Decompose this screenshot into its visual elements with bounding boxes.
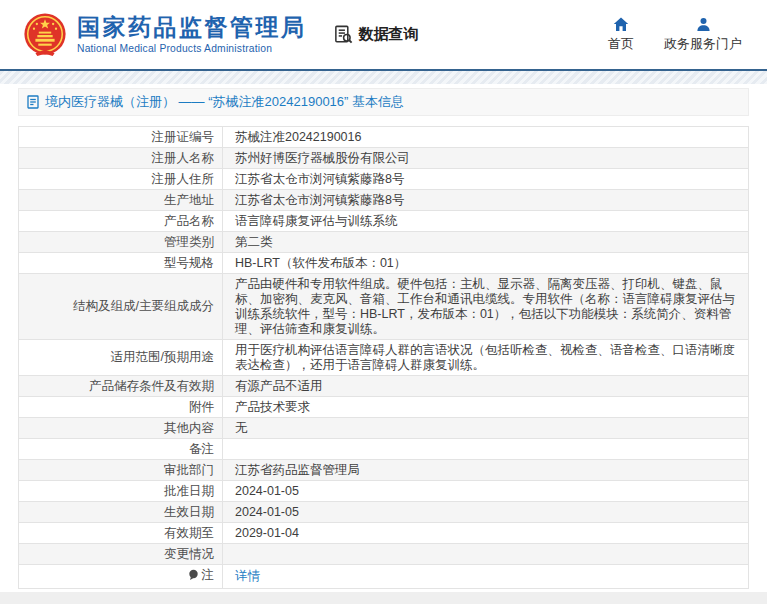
row-label: 管理类别 <box>19 232 223 253</box>
table-row: 有效期至2029-01-04 <box>19 523 749 544</box>
row-value: 2024-01-05 <box>223 481 749 502</box>
row-value: 江苏省太仓市浏河镇紫藤路8号 <box>223 169 749 190</box>
data-query-icon <box>333 24 354 45</box>
row-label: 产品储存条件及有效期 <box>19 376 223 397</box>
row-label: 型号规格 <box>19 253 223 274</box>
table-row: 附件产品技术要求 <box>19 397 749 418</box>
home-icon <box>613 17 629 32</box>
row-value: 苏州好博医疗器械股份有限公司 <box>223 148 749 169</box>
row-label: 审批部门 <box>19 460 223 481</box>
row-label: 适用范围/预期用途 <box>19 340 223 376</box>
header-nav: 首页 政务服务门户 <box>608 17 742 53</box>
data-query-nav[interactable]: 数据查询 <box>333 24 419 45</box>
table-row: 产品名称语言障碍康复评估与训练系统 <box>19 211 749 232</box>
row-value: 第二类 <box>223 232 749 253</box>
row-label: 注册人住所 <box>19 169 223 190</box>
row-value: 用于医疗机构评估语言障碍人群的言语状况（包括听检查、视检查、语音检查、口语清晰度… <box>223 340 749 376</box>
row-label: 注册证编号 <box>19 127 223 148</box>
row-value <box>223 439 749 460</box>
comment-icon <box>188 569 199 581</box>
row-value: 有源产品不适用 <box>223 376 749 397</box>
row-label: 有效期至 <box>19 523 223 544</box>
table-row-note: 注 详情 <box>19 565 749 589</box>
row-value: 产品技术要求 <box>223 397 749 418</box>
table-row: 适用范围/预期用途用于医疗机构评估语言障碍人群的言语状况（包括听检查、视检查、语… <box>19 340 749 376</box>
nav-item-label: 首页 <box>608 35 634 53</box>
row-value: 苏械注准20242190016 <box>223 127 749 148</box>
row-value: 江苏省药品监督管理局 <box>223 460 749 481</box>
row-label: 生产地址 <box>19 190 223 211</box>
row-value: 2024-01-05 <box>223 502 749 523</box>
note-label: 注 <box>202 568 215 583</box>
row-value: HB-LRT（软件发布版本：01） <box>223 253 749 274</box>
row-value: 江苏省太仓市浏河镇紫藤路8号 <box>223 190 749 211</box>
table-row: 其他内容无 <box>19 418 749 439</box>
site-subtitle: National Medical Products Administration <box>77 43 307 54</box>
table-row: 备注 <box>19 439 749 460</box>
nav-item-home[interactable]: 首页 <box>608 17 634 53</box>
row-value: 无 <box>223 418 749 439</box>
main-content: 境内医疗器械（注册） —— “苏械注准20242190016” 基本信息 注册证… <box>18 88 749 589</box>
row-label: 结构及组成/主要组成成分 <box>19 274 223 340</box>
nav-item-portal[interactable]: 政务服务门户 <box>664 17 742 53</box>
table-row: 管理类别第二类 <box>19 232 749 253</box>
row-label: 批准日期 <box>19 481 223 502</box>
row-label: 注 <box>19 565 223 589</box>
section-title-bar: 境内医疗器械（注册） —— “苏械注准20242190016” 基本信息 <box>18 88 749 116</box>
national-emblem-icon <box>22 11 68 59</box>
site-header: 国家药品监督管理局 National Medical Products Admi… <box>0 0 767 71</box>
row-value <box>223 544 749 565</box>
row-value: 详情 <box>223 565 749 589</box>
row-label: 产品名称 <box>19 211 223 232</box>
table-row: 注册证编号苏械注准20242190016 <box>19 127 749 148</box>
row-label: 备注 <box>19 439 223 460</box>
document-icon <box>27 95 39 109</box>
table-row: 注册人名称苏州好博医疗器械股份有限公司 <box>19 148 749 169</box>
detail-link[interactable]: 详情 <box>235 569 260 583</box>
row-label: 注册人名称 <box>19 148 223 169</box>
table-row: 审批部门江苏省药品监督管理局 <box>19 460 749 481</box>
table-row: 批准日期2024-01-05 <box>19 481 749 502</box>
row-value: 语言障碍康复评估与训练系统 <box>223 211 749 232</box>
registration-info-table: 注册证编号苏械注准20242190016 注册人名称苏州好博医疗器械股份有限公司… <box>18 126 749 589</box>
table-row: 型号规格HB-LRT（软件发布版本：01） <box>19 253 749 274</box>
row-label: 附件 <box>19 397 223 418</box>
nav-item-label: 政务服务门户 <box>664 35 742 53</box>
table-row: 产品储存条件及有效期有源产品不适用 <box>19 376 749 397</box>
row-value: 2029-01-04 <box>223 523 749 544</box>
row-value: 产品由硬件和专用软件组成。硬件包括：主机、显示器、隔离变压器、打印机、键盘、鼠标… <box>223 274 749 340</box>
table-row: 结构及组成/主要组成成分产品由硬件和专用软件组成。硬件包括：主机、显示器、隔离变… <box>19 274 749 340</box>
row-label: 其他内容 <box>19 418 223 439</box>
site-title: 国家药品监督管理局 <box>77 15 307 40</box>
footer-band <box>0 592 767 604</box>
row-label: 变更情况 <box>19 544 223 565</box>
nmpa-logo[interactable]: 国家药品监督管理局 National Medical Products Admi… <box>22 11 307 59</box>
page-title: 境内医疗器械（注册） —— “苏械注准20242190016” 基本信息 <box>45 93 404 111</box>
row-label: 生效日期 <box>19 502 223 523</box>
table-row: 生产地址江苏省太仓市浏河镇紫藤路8号 <box>19 190 749 211</box>
table-row: 变更情况 <box>19 544 749 565</box>
data-query-label: 数据查询 <box>359 25 419 44</box>
table-row: 生效日期2024-01-05 <box>19 502 749 523</box>
user-icon <box>696 17 711 32</box>
decorative-hatch-band <box>0 71 767 84</box>
table-row: 注册人住所江苏省太仓市浏河镇紫藤路8号 <box>19 169 749 190</box>
